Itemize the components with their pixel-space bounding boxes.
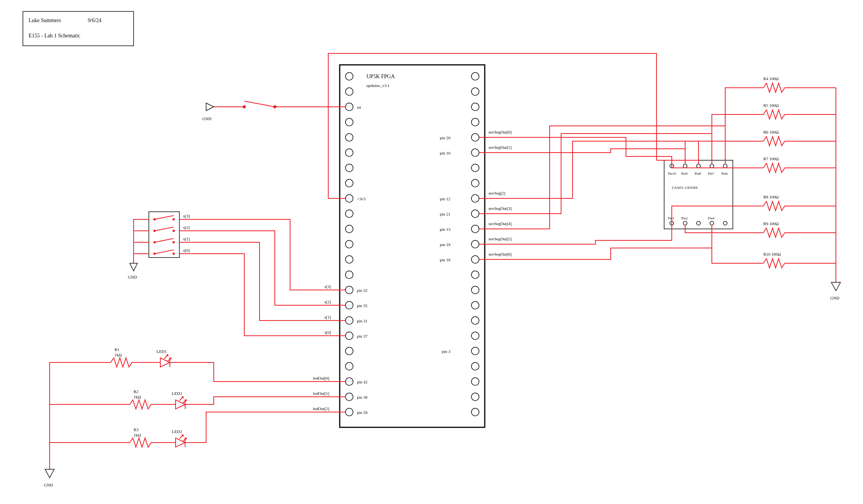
r5: R5 100Ω: [763, 103, 779, 108]
dpin6: Pin6: [721, 172, 728, 176]
svg-point-40: [471, 332, 479, 340]
pin13: pin 13: [440, 227, 450, 232]
r8: R8 100Ω: [763, 195, 779, 199]
rst-switch: GND: [202, 101, 345, 121]
svg-point-12: [345, 256, 353, 263]
svg-point-42: [471, 362, 479, 370]
svg-point-10: [345, 225, 353, 233]
wire-3v3-ca: [657, 160, 698, 164]
svg-point-26: [471, 118, 479, 126]
pin35: pin 35: [357, 303, 368, 308]
led3: LED3: [172, 429, 182, 434]
pin12: pin 12: [440, 196, 450, 201]
svg-point-4: [345, 134, 353, 141]
dpin9: Pin9: [681, 172, 688, 176]
svg-point-56: [173, 253, 175, 255]
label-3v3: +3v3: [357, 196, 366, 201]
dpin1: Pin1: [668, 216, 674, 220]
svg-point-62: [723, 164, 727, 168]
ss5-label: sevSegOut[5]: [489, 237, 512, 241]
svg-point-59: [683, 164, 687, 168]
svg-point-54: [173, 241, 175, 243]
svg-point-66: [710, 221, 714, 225]
schematic-canvas: Luke Summers 9/6/24 E155 - Lab 1 Schemat…: [0, 0, 863, 504]
svg-point-36: [471, 271, 479, 279]
dpin4: Pin4: [708, 216, 715, 220]
gnd-dip: GND: [128, 275, 137, 279]
pin21: pin 21: [440, 212, 450, 216]
gnd-right: GND: [830, 296, 839, 300]
svg-point-41: [471, 347, 479, 355]
title-date: 9/6/24: [88, 18, 102, 23]
svg-point-33: [471, 225, 479, 233]
sevenseg-display: UA5651-11EWRS Pin10 Pin9 Pin8 Pin7 Pin6 …: [664, 160, 733, 229]
fpga-name: UP5K FPGA: [366, 74, 395, 79]
svg-point-6: [345, 164, 353, 172]
r10: R10 100Ω: [763, 252, 781, 256]
svg-point-21: [345, 393, 353, 401]
svg-rect-57: [664, 160, 733, 229]
svg-point-37: [471, 286, 479, 294]
r6: R6 100Ω: [763, 130, 779, 134]
fpga-left-pins: rst +3v3 pin 32 pin 35 pin 31 pin 37 pin…: [345, 72, 368, 416]
ss2-label: sevSeg[2]: [489, 191, 505, 195]
pin28: pin 28: [357, 410, 368, 415]
led-block: GND R11kΩ LED1 ledOut[0] R21kΩ LED2 ledO…: [44, 347, 345, 487]
ss6-label: sevSegOut[6]: [489, 252, 512, 256]
pin37: pin 37: [357, 334, 368, 338]
svg-point-0: [345, 72, 353, 80]
pin19: pin 19: [440, 242, 450, 247]
resistor-r2: [130, 400, 160, 409]
label-rst: rst: [357, 105, 361, 109]
dip-s1: s[1]: [183, 237, 190, 241]
pin31: pin 31: [357, 319, 368, 323]
r2-label: R21kΩ: [134, 389, 141, 399]
resistor-r1: [111, 358, 141, 367]
svg-point-3: [345, 118, 353, 126]
svg-point-24: [471, 88, 479, 95]
ss0-label: sevSegOut[0]: [489, 130, 512, 134]
svg-point-1: [345, 88, 353, 95]
svg-point-61: [710, 164, 714, 168]
r3-label: R31kΩ: [134, 427, 141, 437]
pin42: pin 42: [357, 380, 368, 384]
r4: R4 100Ω: [763, 76, 779, 81]
svg-point-38: [471, 301, 479, 309]
ledout1: ledOut[1]: [313, 391, 329, 396]
svg-point-2: [345, 103, 353, 111]
dip-s2: s[2]: [183, 225, 190, 230]
svg-rect-48: [149, 212, 179, 258]
svg-point-31: [471, 195, 479, 202]
led2: LED2: [172, 391, 182, 396]
dpin7: Pin7: [708, 172, 715, 176]
svg-point-8: [345, 195, 353, 202]
svg-point-19: [345, 362, 353, 370]
r7: R7 100Ω: [763, 156, 779, 161]
svg-point-64: [683, 221, 687, 225]
pin38: pin 38: [357, 395, 368, 399]
svg-point-15: [345, 301, 353, 309]
svg-point-39: [471, 317, 479, 324]
resistor-r3: [130, 438, 160, 447]
r1-label: R11kΩ: [115, 347, 122, 357]
svg-point-22: [345, 408, 353, 416]
svg-point-67: [723, 221, 727, 225]
r9: R9 100Ω: [763, 221, 779, 226]
dip-s0: s[0]: [183, 248, 190, 253]
svg-point-30: [471, 179, 479, 187]
dip-s3: s[3]: [183, 214, 190, 218]
svg-point-65: [697, 221, 700, 225]
svg-point-29: [471, 164, 479, 172]
svg-point-28: [471, 149, 479, 156]
sevseg-wires-bot: [479, 225, 712, 259]
svg-point-27: [471, 134, 479, 141]
wire-s0: s[0]: [324, 330, 331, 335]
ss1-label: sevSegOut[1]: [489, 145, 512, 150]
svg-point-13: [345, 271, 353, 279]
svg-point-5: [345, 149, 353, 156]
svg-point-35: [471, 256, 479, 263]
gnd-led: GND: [44, 483, 53, 487]
fpga-board: upduino_v3.1: [366, 83, 390, 88]
dpin10: Pin10: [668, 172, 676, 176]
dpin2: Pin2: [681, 216, 688, 220]
